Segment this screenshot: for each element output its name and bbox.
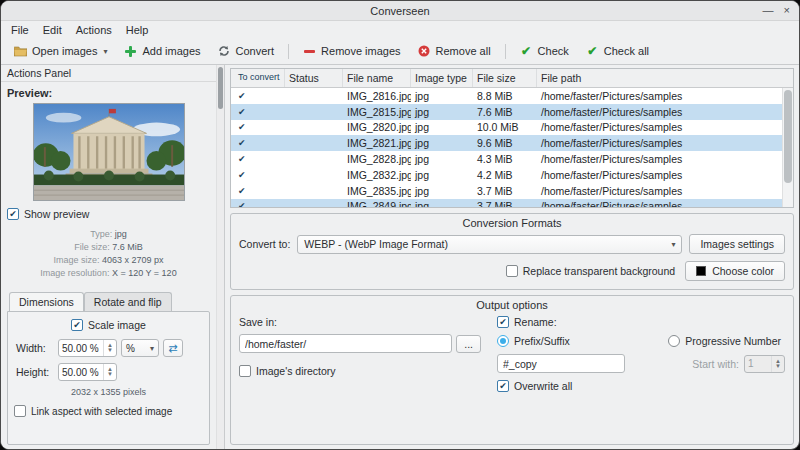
table-row[interactable]: ✔IMG_2832.jpgjpg4.2 MiB/home/faster/Pict…: [231, 167, 782, 183]
main-toolbar: Open images ▾ Add images Convert Remove …: [1, 38, 799, 65]
row-to-convert-check[interactable]: ✔: [231, 122, 285, 132]
row-to-convert-check[interactable]: ✔: [231, 201, 285, 207]
start-with-input[interactable]: [745, 356, 771, 372]
header-status[interactable]: Status: [285, 69, 343, 87]
table-row[interactable]: ✔IMG_2821.jpgjpg9.6 MiB/home/faster/Pict…: [231, 135, 782, 151]
row-file-name: IMG_2835.jpg: [343, 185, 411, 197]
images-directory-checkbox[interactable]: Image's directory: [239, 365, 481, 377]
checkbox-box: [506, 265, 518, 277]
row-image-type: jpg: [411, 153, 473, 165]
check-all-button[interactable]: ✔ Check all: [578, 42, 657, 61]
table-row[interactable]: ✔IMG_2828.jpgjpg4.3 MiB/home/faster/Pict…: [231, 151, 782, 167]
replace-transparent-checkbox[interactable]: Replace transparent background: [506, 265, 675, 277]
row-file-path: /home/faster/Pictures/samples: [537, 106, 782, 118]
start-with-label: Start with:: [692, 358, 739, 370]
remove-all-icon: [418, 45, 431, 58]
convert-to-select[interactable]: WEBP - (WebP Image Format) ▾: [297, 235, 682, 254]
start-with-spinner[interactable]: ▲▼: [744, 355, 785, 373]
header-image-type[interactable]: Image type: [411, 69, 473, 87]
minimize-button[interactable]: —: [763, 5, 774, 16]
check-button[interactable]: ✔ Check: [512, 42, 577, 61]
checkbox-box: [497, 316, 509, 328]
table-row[interactable]: ✔IMG_2849.jpgjpg3.7 MiB/home/faster/Pict…: [231, 199, 782, 207]
convert-button[interactable]: Convert: [210, 42, 283, 61]
menu-help[interactable]: Help: [119, 23, 156, 37]
table-row[interactable]: ✔IMG_2820.jpgjpg10.0 MiB/home/faster/Pic…: [231, 120, 782, 136]
add-images-button[interactable]: Add images: [116, 42, 208, 61]
prefix-suffix-radio[interactable]: Prefix/Suffix: [497, 335, 570, 347]
color-swatch: [696, 266, 706, 276]
header-file-path[interactable]: File path: [537, 69, 793, 87]
link-aspect-checkbox[interactable]: Link aspect with selected image: [14, 405, 203, 417]
width-spinner[interactable]: ▲▼: [58, 339, 117, 357]
header-file-name[interactable]: File name: [343, 69, 411, 87]
row-file-path: /home/faster/Pictures/samples: [537, 169, 782, 181]
toolbar-separator: [288, 44, 289, 59]
swap-dimensions-button[interactable]: ⇄: [163, 339, 183, 357]
open-images-button[interactable]: Open images ▾: [6, 42, 115, 61]
browse-button[interactable]: ...: [456, 335, 481, 353]
actions-panel-scrollbar[interactable]: [216, 65, 224, 449]
row-file-size: 4.2 MiB: [473, 169, 537, 181]
row-file-size: 3.7 MiB: [473, 185, 537, 197]
choose-color-button[interactable]: Choose color: [685, 261, 785, 281]
row-to-convert-check[interactable]: ✔: [231, 107, 285, 117]
menu-actions[interactable]: Actions: [69, 23, 119, 37]
overwrite-all-checkbox[interactable]: Overwrite all: [497, 380, 785, 392]
scrollbar-thumb[interactable]: [218, 67, 223, 109]
rename-pattern-input[interactable]: [497, 354, 625, 373]
show-preview-checkbox[interactable]: Show preview: [7, 208, 210, 220]
row-to-convert-check[interactable]: ✔: [231, 138, 285, 148]
row-file-size: 7.6 MiB: [473, 106, 537, 118]
tab-dimensions[interactable]: Dimensions: [9, 292, 84, 311]
menu-bar: File Edit Actions Help: [1, 21, 799, 38]
width-label: Width:: [16, 342, 54, 354]
header-file-size[interactable]: File size: [473, 69, 537, 87]
save-path-input[interactable]: [239, 334, 452, 353]
file-table-header: To convert Status File name Image type F…: [231, 69, 793, 88]
conversion-formats-title: Conversion Formats: [239, 216, 785, 234]
images-settings-button[interactable]: Images settings: [689, 234, 785, 254]
close-button[interactable]: ×: [784, 5, 790, 16]
rename-checkbox[interactable]: Rename:: [497, 316, 785, 328]
progressive-number-radio[interactable]: Progressive Number: [668, 335, 781, 347]
row-file-name: IMG_2815.jpg: [343, 106, 411, 118]
actions-panel-title: Actions Panel: [1, 65, 216, 82]
tab-rotate-and-flip[interactable]: Rotate and flip: [84, 292, 172, 311]
row-to-convert-check[interactable]: ✔: [231, 91, 285, 101]
row-file-path: /home/faster/Pictures/samples: [537, 137, 782, 149]
row-file-path: /home/faster/Pictures/samples: [537, 90, 782, 102]
row-to-convert-check[interactable]: ✔: [231, 186, 285, 196]
header-to-convert[interactable]: To convert: [231, 69, 285, 87]
radio-circle: [668, 335, 680, 347]
unit-select[interactable]: % ▾: [121, 339, 159, 357]
row-file-name: IMG_2821.jpg: [343, 137, 411, 149]
spinner-arrows-icon[interactable]: ▲▼: [771, 356, 784, 372]
menu-edit[interactable]: Edit: [36, 23, 69, 37]
row-file-size: 4.3 MiB: [473, 153, 537, 165]
table-row[interactable]: ✔IMG_2816.jpgjpg8.8 MiB/home/faster/Pict…: [231, 88, 782, 104]
height-spinner[interactable]: ▲▼: [58, 363, 117, 381]
output-options-title: Output options: [239, 298, 785, 316]
height-input[interactable]: [59, 364, 103, 380]
spinner-arrows-icon[interactable]: ▲▼: [103, 340, 116, 356]
title-bar[interactable]: Converseen — ×: [1, 1, 799, 21]
row-to-convert-check[interactable]: ✔: [231, 170, 285, 180]
remove-all-button[interactable]: Remove all: [410, 42, 499, 61]
width-input[interactable]: [59, 340, 103, 356]
scrollbar-thumb[interactable]: [784, 90, 792, 183]
radio-circle: [497, 335, 509, 347]
row-file-path: /home/faster/Pictures/samples: [537, 153, 782, 165]
row-file-name: IMG_2849.jpg: [343, 200, 411, 207]
remove-images-button[interactable]: Remove images: [295, 42, 408, 61]
image-metadata: Type: jpg File size: 7.6 MiB Image size:…: [7, 228, 210, 280]
table-row[interactable]: ✔IMG_2815.jpgjpg7.6 MiB/home/faster/Pict…: [231, 104, 782, 120]
spinner-arrows-icon[interactable]: ▲▼: [103, 364, 116, 380]
table-row[interactable]: ✔IMG_2835.jpgjpg3.7 MiB/home/faster/Pict…: [231, 183, 782, 199]
row-file-size: 9.6 MiB: [473, 137, 537, 149]
row-to-convert-check[interactable]: ✔: [231, 154, 285, 164]
file-table: To convert Status File name Image type F…: [230, 68, 794, 208]
file-table-scrollbar[interactable]: [782, 88, 793, 207]
scale-image-checkbox[interactable]: Scale image: [14, 319, 203, 331]
menu-file[interactable]: File: [4, 23, 36, 37]
